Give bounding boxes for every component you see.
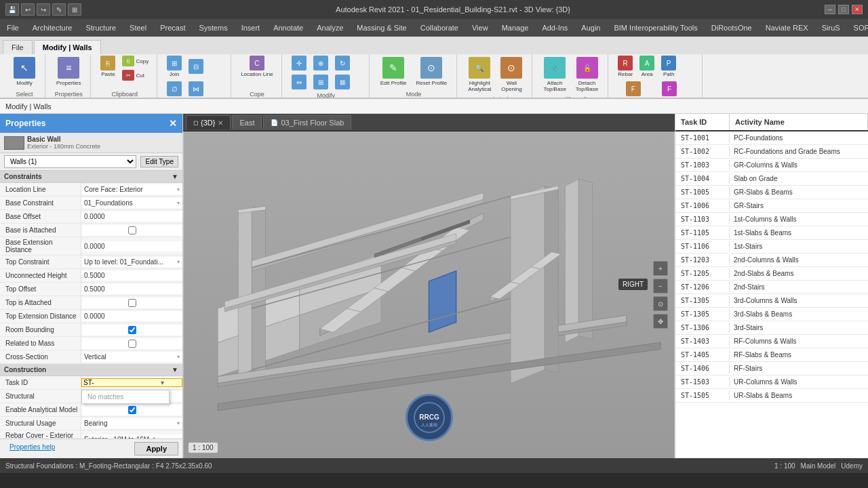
qa-btn1[interactable]: ✎ bbox=[52, 3, 66, 16]
menubar-item-bim-interoperability-tools[interactable]: BIM Interoperability Tools bbox=[607, 21, 704, 35]
paste-btn[interactable]: ⎘ Paste bbox=[98, 54, 118, 82]
menubar-item-view[interactable]: View bbox=[465, 21, 495, 35]
menubar-item-architecture[interactable]: Architecture bbox=[26, 21, 79, 35]
tab-3d-close[interactable]: ✕ bbox=[218, 119, 223, 127]
area-btn[interactable]: AArea bbox=[637, 54, 657, 79]
task-row-2[interactable]: ST-1003 GR-Columns & Walls bbox=[675, 159, 868, 172]
task-row-6[interactable]: ST-1103 1st-Columns & Walls bbox=[675, 213, 868, 226]
minimize-btn[interactable]: ─ bbox=[825, 5, 835, 14]
task-row-11[interactable]: ST-1206 2nd-Stairs bbox=[675, 281, 868, 294]
task-id-input[interactable] bbox=[83, 379, 161, 386]
task-row-13[interactable]: ST-1305 3rd-Slabs & Beams bbox=[675, 308, 868, 321]
task-row-4[interactable]: ST-1005 GR-Slabs & Beams bbox=[675, 186, 868, 199]
attach-top-btn[interactable]: 📎 AttachTop/Base bbox=[539, 54, 570, 95]
task-row-18[interactable]: ST-1503 UR-Columns & Walls bbox=[675, 375, 868, 389]
menubar-item-collaborate[interactable]: Collaborate bbox=[414, 21, 465, 35]
menubar-item-systems[interactable]: Systems bbox=[192, 21, 234, 35]
pan-btn[interactable]: ✥ bbox=[653, 314, 668, 329]
related-mass-checkbox[interactable] bbox=[128, 340, 136, 348]
undo-btn[interactable]: ↩ bbox=[21, 3, 35, 16]
move-btn[interactable]: ✛ bbox=[289, 54, 309, 72]
tab-east[interactable]: East bbox=[232, 115, 262, 129]
menubar-item-insert[interactable]: Insert bbox=[235, 21, 267, 35]
rebar-btn[interactable]: RRebar bbox=[615, 54, 635, 79]
properties-close-btn[interactable]: ✕ bbox=[169, 118, 177, 129]
task-row-5[interactable]: ST-1006 GR-Stairs bbox=[675, 199, 868, 213]
cope-btn[interactable]: CLocation Line bbox=[238, 54, 276, 79]
task-row-1[interactable]: ST-1002 RC-Foundations and Grade Beams bbox=[675, 145, 868, 159]
fabric-sheet-btn[interactable]: FFabric Sheet bbox=[615, 80, 651, 98]
task-row-0[interactable]: ST-1001 PC-Foundations bbox=[675, 131, 868, 145]
reset-profile-btn[interactable]: ⊙ Reset Profile bbox=[412, 54, 451, 89]
menubar-item-structure[interactable]: Structure bbox=[79, 21, 123, 35]
menubar-item-manage[interactable]: Manage bbox=[495, 21, 536, 35]
menubar-item-steel[interactable]: Steel bbox=[123, 21, 153, 35]
task-row-14[interactable]: ST-1306 3rd-Stairs bbox=[675, 321, 868, 335]
menubar-item-naviate-rex[interactable]: Naviate REX bbox=[759, 21, 815, 35]
fabric-area-btn[interactable]: FFabric Area bbox=[653, 80, 686, 98]
copy-btn[interactable]: ⎗ Copy bbox=[119, 54, 151, 68]
task-row-17[interactable]: ST-1406 RF-Stairs bbox=[675, 362, 868, 375]
task-row-15[interactable]: ST-1403 RF-Columns & Walls bbox=[675, 335, 868, 348]
zoom-out-btn[interactable]: − bbox=[653, 279, 668, 293]
base-attached-checkbox[interactable] bbox=[128, 226, 136, 235]
menubar-item-analyze[interactable]: Analyze bbox=[310, 21, 350, 35]
copy-element-btn[interactable]: ⊕ bbox=[311, 54, 331, 72]
cut-btn[interactable]: ✂ Cut bbox=[119, 68, 151, 82]
tab-first-floor-slab[interactable]: 📄 03_First Floor Slab bbox=[263, 115, 351, 129]
properties-btn[interactable]: ≡ Properties bbox=[52, 54, 85, 89]
task-row-19[interactable]: ST-1505 UR-Slabs & Beams bbox=[675, 389, 868, 403]
detach-top-btn[interactable]: 🔓 DetachTop/Base bbox=[572, 54, 602, 95]
menubar-item-annotate[interactable]: Annotate bbox=[267, 21, 310, 35]
maximize-btn[interactable]: □ bbox=[838, 5, 849, 14]
viewport-canvas[interactable]: RIGHT + − ⊙ ✥ RRCG 人人案画 bbox=[183, 131, 675, 458]
ribbon-tab-modify[interactable]: Modify | Walls bbox=[34, 40, 101, 54]
task-id-dropdown-arrow[interactable]: ▾ bbox=[161, 379, 164, 386]
task-row-8[interactable]: ST-1106 1st-Stairs bbox=[675, 240, 868, 253]
unjoin-btn[interactable]: ⊟ bbox=[186, 58, 206, 75]
tab-3d[interactable]: ◻ {3D} ✕ bbox=[186, 115, 231, 129]
qa-btn2[interactable]: ⊞ bbox=[68, 3, 81, 16]
mirror-btn[interactable]: ⇔ bbox=[289, 73, 309, 91]
constraints-section[interactable]: Constraints▼ bbox=[0, 171, 182, 183]
task-row-3[interactable]: ST-1004 Slab on Grade bbox=[675, 172, 868, 186]
wall-joins-btn[interactable]: ⋈ bbox=[186, 80, 206, 98]
menubar-item-augin[interactable]: Augin bbox=[574, 21, 607, 35]
window-controls[interactable]: ─ □ ✕ bbox=[825, 5, 863, 14]
redo-btn[interactable]: ↪ bbox=[37, 3, 50, 16]
menubar-item-add-ins[interactable]: Add-Ins bbox=[535, 21, 574, 35]
task-row-16[interactable]: ST-1405 RF-Slabs & Beams bbox=[675, 348, 868, 362]
scale-btn[interactable]: ⊠ bbox=[332, 73, 353, 91]
top-attached-checkbox[interactable] bbox=[128, 299, 136, 307]
join-btn[interactable]: ⊞Join bbox=[164, 54, 184, 79]
menubar-item-file[interactable]: File bbox=[0, 21, 26, 35]
close-btn[interactable]: ✕ bbox=[852, 5, 863, 14]
walls-selector[interactable]: Walls (1) bbox=[4, 155, 136, 168]
quick-access-toolbar[interactable]: 💾 ↩ ↪ ✎ ⊞ bbox=[5, 3, 81, 16]
orbit-btn[interactable]: ⊙ bbox=[653, 296, 668, 311]
path-btn[interactable]: PPath bbox=[658, 54, 679, 79]
rotate-btn[interactable]: ↻ bbox=[332, 54, 353, 72]
menubar-item-dirootsone[interactable]: DiRootsOne bbox=[705, 21, 759, 35]
ribbon-tab-file[interactable]: File bbox=[3, 40, 33, 54]
apply-btn[interactable]: Apply bbox=[134, 442, 178, 455]
task-row-10[interactable]: ST-1205 2nd-Slabs & Beams bbox=[675, 267, 868, 281]
wall-analytical-btn[interactable]: ⊙ WallOpening bbox=[496, 54, 526, 95]
edit-type-btn[interactable]: Edit Type bbox=[140, 156, 178, 167]
save-btn[interactable]: 💾 bbox=[5, 3, 19, 16]
menubar-item-sirus[interactable]: SiruS bbox=[815, 21, 847, 35]
menubar-item-precast[interactable]: Precast bbox=[153, 21, 192, 35]
task-scroll-area[interactable]: ST-1001 PC-Foundations ST-1002 RC-Founda… bbox=[675, 131, 868, 458]
highlight-analytical-btn[interactable]: 🔍 HighlightAnalytical bbox=[464, 54, 495, 95]
room-bounding-checkbox[interactable] bbox=[128, 326, 136, 334]
zoom-in-btn[interactable]: + bbox=[653, 261, 668, 276]
modify-btn[interactable]: ↖ Modify bbox=[9, 54, 39, 89]
construction-section[interactable]: Construction▼ bbox=[0, 364, 182, 376]
menubar-item-massing-&-site[interactable]: Massing & Site bbox=[350, 21, 413, 35]
array-btn[interactable]: ⊞ bbox=[311, 73, 331, 91]
menubar-item-sofistik-reinforcement[interactable]: SOFiSTiK Reinforcement bbox=[847, 21, 868, 35]
task-row-9[interactable]: ST-1203 2nd-Columns & Walls bbox=[675, 253, 868, 267]
task-row-12[interactable]: ST-1305 3rd-Columns & Walls bbox=[675, 294, 868, 308]
cut-geometry-btn[interactable]: ∅ bbox=[164, 80, 184, 98]
enable-analytical-checkbox[interactable] bbox=[128, 406, 136, 414]
